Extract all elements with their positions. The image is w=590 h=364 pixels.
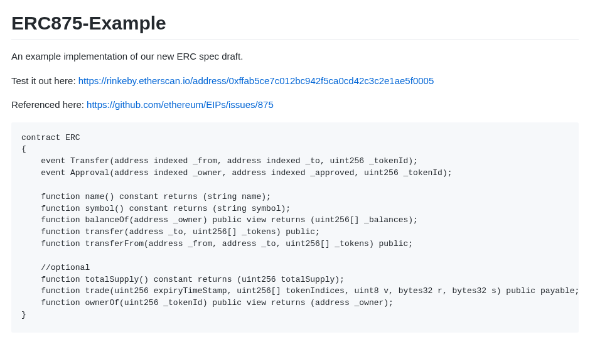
- test-line: Test it out here: https://rinkeby.ethers…: [11, 74, 579, 88]
- reference-prefix: Referenced here:: [11, 99, 87, 110]
- test-prefix: Test it out here:: [11, 75, 78, 86]
- reference-link[interactable]: https://github.com/ethereum/EIPs/issues/…: [87, 99, 274, 110]
- test-link[interactable]: https://rinkeby.etherscan.io/address/0xf…: [78, 75, 434, 86]
- description-text: An example implementation of our new ERC…: [11, 50, 579, 64]
- code-content: contract ERC { event Transfer(address in…: [11, 122, 579, 332]
- code-block[interactable]: contract ERC { event Transfer(address in…: [11, 122, 579, 333]
- reference-line: Referenced here: https://github.com/ethe…: [11, 98, 579, 112]
- page-title: ERC875-Example: [11, 13, 579, 40]
